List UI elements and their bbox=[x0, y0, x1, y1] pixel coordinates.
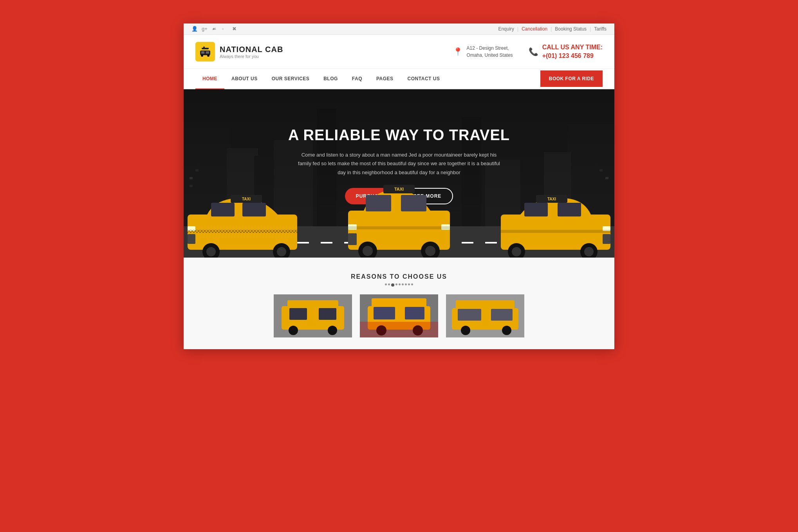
svg-text:TAXI: TAXI bbox=[394, 187, 404, 191]
nav-item-blog[interactable]: BLOG bbox=[316, 69, 345, 88]
svg-rect-29 bbox=[366, 195, 391, 211]
location-icon: 📍 bbox=[453, 47, 463, 56]
site-tagline: Always there for you bbox=[220, 54, 283, 59]
taxi-thumbnail-3 bbox=[446, 294, 524, 337]
reason-card-2 bbox=[360, 294, 438, 337]
svg-rect-30 bbox=[401, 195, 426, 211]
reason-card-1 bbox=[274, 294, 352, 337]
site-name: NATIONAL CAB bbox=[220, 45, 283, 54]
facebook-icon[interactable]: 👤 bbox=[191, 26, 198, 32]
reason-card-img-1 bbox=[274, 294, 352, 337]
instagram-icon[interactable]: ◦ bbox=[222, 26, 228, 32]
nav-item-faq[interactable]: FAQ bbox=[345, 69, 369, 88]
top-bar: 👤 g+ ☙ ◦ ✖ Enquiry | Cancellation | Book… bbox=[184, 23, 614, 35]
browser-window: 👤 g+ ☙ ◦ ✖ Enquiry | Cancellation | Book… bbox=[184, 23, 614, 349]
svg-point-72 bbox=[502, 326, 511, 335]
enquiry-link[interactable]: Enquiry bbox=[498, 26, 514, 32]
googleplus-icon[interactable]: g+ bbox=[202, 26, 208, 32]
reasons-header: REASONS TO CHOOSE US bbox=[195, 273, 603, 287]
booking-status-link[interactable]: Booking Status bbox=[555, 26, 587, 32]
logo-icon bbox=[195, 42, 215, 61]
svg-rect-60 bbox=[372, 298, 426, 308]
reason-card-img-3 bbox=[446, 294, 524, 337]
reasons-section: REASONS TO CHOOSE US bbox=[184, 258, 614, 349]
reasons-cards bbox=[195, 294, 603, 337]
pinterest-icon[interactable]: ☙ bbox=[212, 26, 218, 32]
svg-point-6 bbox=[207, 54, 209, 57]
dot-1 bbox=[385, 283, 387, 285]
nav-item-about[interactable]: ABOUT US bbox=[224, 69, 265, 88]
svg-rect-36 bbox=[348, 233, 357, 245]
svg-rect-61 bbox=[374, 307, 395, 319]
logo-text: NATIONAL CAB Always there for you bbox=[220, 45, 283, 59]
header-address: 📍 A12 - Design Street, Omaha, United Sta… bbox=[453, 45, 513, 59]
svg-rect-62 bbox=[405, 307, 424, 319]
taxi-thumbnail-2 bbox=[360, 294, 438, 337]
svg-rect-10 bbox=[206, 47, 209, 48]
logo-section: NATIONAL CAB Always there for you bbox=[195, 42, 283, 61]
dot-5 bbox=[399, 283, 401, 285]
nav-links: HOME ABOUT US OUR SERVICES BLOG FAQ PAGE… bbox=[195, 69, 540, 88]
svg-point-32 bbox=[363, 246, 373, 256]
dot-3 bbox=[391, 283, 394, 287]
header: NATIONAL CAB Always there for you 📍 A12 … bbox=[184, 35, 614, 69]
reasons-title: REASONS TO CHOOSE US bbox=[195, 273, 603, 280]
svg-rect-70 bbox=[491, 309, 513, 321]
svg-point-34 bbox=[425, 246, 435, 256]
nav-item-contact[interactable]: CONTACT US bbox=[401, 69, 447, 88]
svg-point-57 bbox=[328, 326, 337, 335]
taxi-thumbnail-1 bbox=[274, 294, 352, 337]
reason-card-3 bbox=[446, 294, 524, 337]
social-links: 👤 g+ ☙ ◦ ✖ bbox=[191, 26, 238, 32]
phone-text: CALL US ANY TIME: +(01) 123 456 789 bbox=[542, 43, 603, 61]
svg-rect-53 bbox=[287, 300, 338, 308]
phone-icon: 📞 bbox=[529, 47, 538, 56]
dot-7 bbox=[405, 283, 407, 285]
svg-rect-69 bbox=[458, 309, 481, 321]
svg-rect-3 bbox=[201, 51, 204, 54]
header-info: 📍 A12 - Design Street, Omaha, United Sta… bbox=[453, 43, 603, 61]
address-text: A12 - Design Street, Omaha, United State… bbox=[467, 45, 513, 59]
hero-title: A RELIABLE WAY TO TRAVEL bbox=[288, 127, 510, 144]
svg-rect-68 bbox=[456, 300, 515, 310]
header-phone: 📞 CALL US ANY TIME: +(01) 123 456 789 bbox=[529, 43, 603, 61]
reasons-dots bbox=[195, 283, 603, 287]
navigation: HOME ABOUT US OUR SERVICES BLOG FAQ PAGE… bbox=[184, 69, 614, 89]
hero-section: TAXI bbox=[184, 89, 614, 258]
twitter-icon[interactable]: ✖ bbox=[232, 26, 238, 32]
svg-rect-9 bbox=[203, 47, 205, 48]
dot-6 bbox=[402, 283, 404, 285]
book-ride-button[interactable]: BOOK FOR A RIDE bbox=[540, 70, 603, 87]
svg-rect-54 bbox=[289, 308, 307, 320]
dot-2 bbox=[388, 283, 390, 285]
svg-point-56 bbox=[289, 326, 298, 335]
top-bar-links: Enquiry | Cancellation | Booking Status … bbox=[498, 26, 607, 32]
dot-9 bbox=[411, 283, 413, 285]
nav-item-home[interactable]: HOME bbox=[195, 69, 224, 88]
svg-rect-38 bbox=[348, 226, 450, 229]
hero-subtitle: Come and listen to a story about a man n… bbox=[297, 151, 501, 177]
nav-item-services[interactable]: OUR SERVICES bbox=[265, 69, 316, 88]
cancellation-link[interactable]: Cancellation bbox=[522, 26, 547, 32]
svg-point-5 bbox=[201, 54, 203, 57]
svg-rect-4 bbox=[206, 51, 209, 54]
tariffs-link[interactable]: Tariffs bbox=[594, 26, 607, 32]
taxi-center: TAXI bbox=[344, 179, 454, 258]
svg-rect-8 bbox=[205, 47, 206, 48]
reason-card-img-2 bbox=[360, 294, 438, 337]
svg-rect-7 bbox=[202, 47, 203, 48]
dot-8 bbox=[408, 283, 410, 285]
svg-point-71 bbox=[461, 326, 470, 335]
dot-4 bbox=[395, 283, 397, 285]
nav-item-pages[interactable]: PAGES bbox=[369, 69, 401, 88]
svg-rect-65 bbox=[360, 322, 438, 337]
svg-rect-55 bbox=[319, 308, 336, 320]
